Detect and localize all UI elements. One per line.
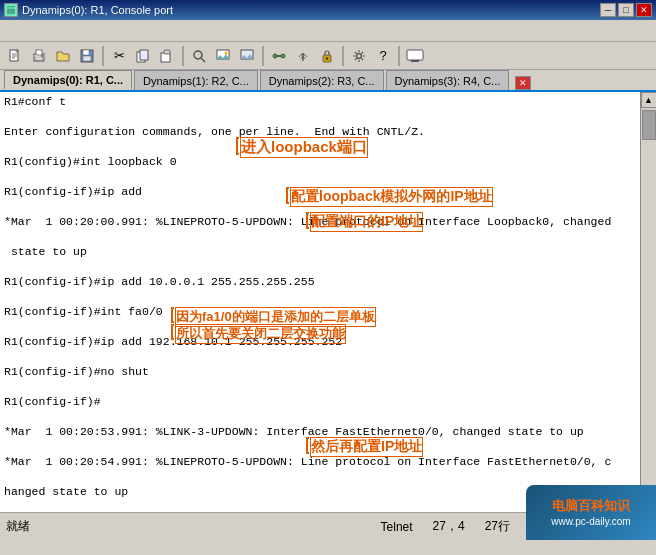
- terminal-output[interactable]: R1#conf t Enter configuration commands, …: [0, 92, 640, 512]
- terminal-line: Enter configuration commands, one per li…: [4, 124, 636, 139]
- toolbar-settings[interactable]: [348, 45, 370, 67]
- toolbar-help[interactable]: ?: [372, 45, 394, 67]
- toolbar-sep4: [342, 46, 344, 66]
- tab-r4[interactable]: Dynamips(3): R4, C...: [386, 70, 510, 90]
- toolbar-cut[interactable]: ✂: [108, 45, 130, 67]
- toolbar-antenna[interactable]: [292, 45, 314, 67]
- maximize-button[interactable]: □: [618, 3, 634, 17]
- terminal-container: R1#conf t Enter configuration commands, …: [0, 92, 656, 512]
- terminal-line: R1(config-if)#ip add 10.0.0.1 255.255.25…: [4, 274, 636, 289]
- tab-r1[interactable]: Dynamips(0): R1, C...: [4, 70, 132, 90]
- terminal-line: *Mar 1 00:20:54.991: %LINEPROTO-5-UPDOWN…: [4, 454, 636, 469]
- terminal-line: R1(config-if)#no shut: [4, 364, 636, 379]
- svg-rect-12: [83, 56, 91, 61]
- svg-rect-14: [140, 50, 148, 60]
- svg-rect-31: [407, 50, 423, 60]
- status-ready: 就绪: [6, 518, 30, 535]
- status-cols: 27行: [485, 518, 510, 535]
- toolbar-open[interactable]: [52, 45, 74, 67]
- terminal-line: state to up: [4, 244, 636, 259]
- app-icon: [4, 3, 18, 17]
- tab-r2[interactable]: Dynamips(1): R2, C...: [134, 70, 258, 90]
- toolbar: ✂ ?: [0, 42, 656, 70]
- badge-url: www.pc-daily.com: [551, 515, 630, 528]
- svg-point-30: [357, 53, 362, 58]
- toolbar-paste[interactable]: [156, 45, 178, 67]
- annotation-border-4: [171, 324, 174, 340]
- tabs-bar: Dynamips(0): R1, C... Dynamips(1): R2, C…: [0, 70, 656, 92]
- annotation-border-0: [236, 137, 239, 155]
- svg-point-29: [326, 57, 328, 59]
- toolbar-sep2: [182, 46, 184, 66]
- terminal-line: R1(config-if)#ip add: [4, 184, 636, 199]
- toolbar-sep5: [398, 46, 400, 66]
- svg-point-9: [41, 55, 43, 57]
- toolbar-sep3: [262, 46, 264, 66]
- scroll-thumb[interactable]: [642, 110, 656, 140]
- tab-close-button[interactable]: ✕: [515, 76, 531, 90]
- svg-point-25: [281, 54, 285, 58]
- toolbar-new[interactable]: [4, 45, 26, 67]
- toolbar-sep1: [102, 46, 104, 66]
- title-bar: Dynamips(0): R1, Console port ─ □ ✕: [0, 0, 656, 20]
- status-protocol: Telnet: [381, 520, 413, 534]
- toolbar-print[interactable]: [28, 45, 50, 67]
- svg-point-24: [273, 54, 277, 58]
- status-bar: 就绪 Telnet 27，4 27行 电脑百科知识 www.pc-daily.c…: [0, 512, 656, 540]
- toolbar-snapshot1[interactable]: [212, 45, 234, 67]
- svg-rect-7: [35, 57, 43, 60]
- toolbar-connect[interactable]: [268, 45, 290, 67]
- menu-bar: [0, 20, 656, 42]
- window-title: Dynamips(0): R1, Console port: [22, 4, 173, 16]
- annotation-border-1: [286, 187, 289, 204]
- status-badge: 电脑百科知识 www.pc-daily.com: [526, 485, 656, 540]
- terminal-line: *Mar 1 00:20:53.991: %LINK-3-UPDOWN: Int…: [4, 424, 636, 439]
- close-button[interactable]: ✕: [636, 3, 652, 17]
- svg-rect-16: [164, 50, 170, 54]
- terminal-line: *Mar 1 00:20:00.991: %LINEPROTO-5-UPDOWN…: [4, 214, 636, 229]
- terminal-line: R1#conf t: [4, 94, 636, 109]
- minimize-button[interactable]: ─: [600, 3, 616, 17]
- toolbar-save[interactable]: [76, 45, 98, 67]
- badge-title: 电脑百科知识: [552, 497, 630, 515]
- annotation-border-3: [171, 307, 174, 323]
- scroll-up[interactable]: ▲: [641, 92, 657, 108]
- svg-point-17: [194, 51, 202, 59]
- toolbar-snapshot2[interactable]: [236, 45, 258, 67]
- svg-rect-32: [411, 60, 419, 62]
- annotation-border-2: [306, 212, 309, 229]
- svg-point-21: [225, 51, 228, 54]
- window-controls: ─ □ ✕: [600, 3, 652, 17]
- svg-rect-0: [6, 5, 16, 15]
- terminal-line: R1(config-if)#: [4, 394, 636, 409]
- tab-r3[interactable]: Dynamips(2): R3, C...: [260, 70, 384, 90]
- terminal-line: R1(config-if)#ip add 192.168.10.1 255.25…: [4, 334, 636, 349]
- toolbar-copy[interactable]: [132, 45, 154, 67]
- scrollbar: ▲ ▼: [640, 92, 656, 512]
- annotation-border-5: [306, 437, 309, 454]
- status-position: 27，4: [433, 518, 465, 535]
- terminal-line: R1(config-if)#int fa0/0: [4, 304, 636, 319]
- svg-rect-8: [36, 50, 42, 55]
- svg-rect-11: [83, 50, 89, 55]
- terminal-line: R1(config)#int loopback 0: [4, 154, 636, 169]
- toolbar-monitor[interactable]: [404, 45, 426, 67]
- toolbar-search[interactable]: [188, 45, 210, 67]
- toolbar-lock[interactable]: [316, 45, 338, 67]
- svg-line-18: [201, 58, 205, 62]
